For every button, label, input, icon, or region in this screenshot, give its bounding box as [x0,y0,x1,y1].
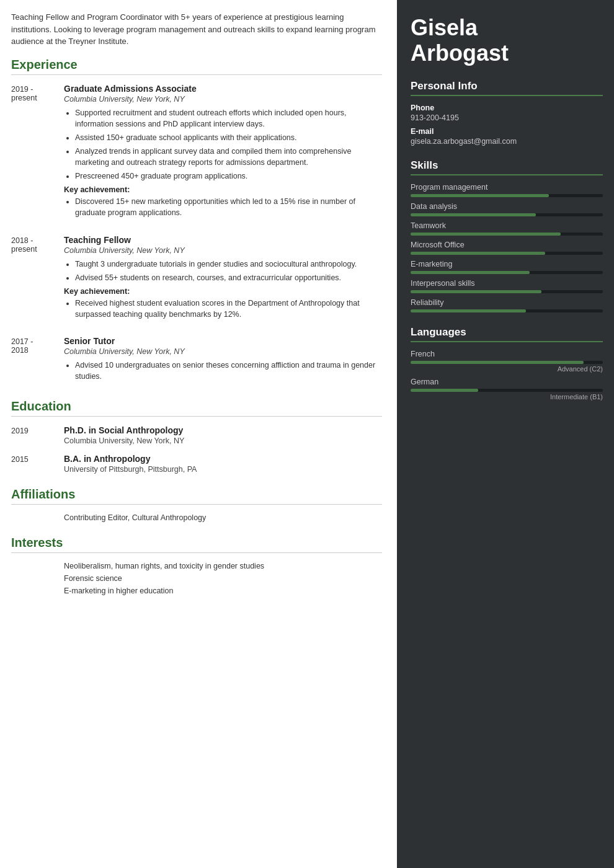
edu-title-1: Ph.D. in Social Anthropology [64,425,382,435]
key-achievement-bullets-2: Received highest student evaluation scor… [64,298,382,320]
skill-bar-bg [411,271,603,274]
experience-section: Experience 2019 - present Graduate Admis… [11,58,382,386]
experience-entry-2: 2018 - present Teaching Fellow Columbia … [11,235,382,324]
languages-heading: Languages [411,326,603,342]
language-name: German [411,378,603,386]
education-heading: Education [11,399,382,417]
language-bar-fill [411,361,584,364]
education-section: Education 2019 Ph.D. in Social Anthropol… [11,399,382,474]
skill-bar-fill [411,290,541,293]
skill-bar-bg [411,213,603,216]
edu-date-2: 2015 [11,454,64,474]
skill-item: Teamwork [411,221,603,236]
interest-entry-1: Neoliberalism, human rights, and toxicit… [11,562,382,570]
entry-date-3: 2017 - 2018 [11,336,64,386]
skill-bar-bg [411,232,603,236]
interest-spacer [11,587,64,595]
interest-text-1: Neoliberalism, human rights, and toxicit… [64,562,264,570]
skill-name: Microsoft Office [411,241,603,249]
edu-content-1: Ph.D. in Social Anthropology Columbia Un… [64,425,382,445]
skill-bar-fill [411,213,536,216]
skills-section: Skills Program managementData analysisTe… [411,159,603,312]
bullet: Discovered 15+ new marketing opportuniti… [75,196,382,218]
skill-bar-fill [411,232,561,236]
entry-date-1: 2019 - present [11,84,64,223]
left-column: Teaching Fellow and Program Coordinator … [0,0,397,868]
skill-bar-fill [411,194,549,197]
language-name: French [411,350,603,358]
entry-date-2: 2018 - present [11,235,64,324]
interest-spacer [11,574,64,583]
bullet: Taught 3 undergraduate tutorials in gend… [75,259,382,270]
language-bar-fill [411,389,478,392]
skill-name: Program management [411,183,603,192]
email-value: gisela.za.arbogast@gmail.com [411,137,603,146]
language-item: FrenchAdvanced (C2) [411,350,603,373]
skill-bar-bg [411,290,603,293]
affiliations-section: Affiliations Contributing Editor, Cultur… [11,487,382,522]
skill-name: Interpersonal skills [411,279,603,288]
edu-entry-2: 2015 B.A. in Anthropology University of … [11,454,382,474]
skill-bar-fill [411,252,545,255]
languages-section: Languages FrenchAdvanced (C2)GermanInter… [411,326,603,401]
language-bar-bg [411,361,603,364]
skill-bar-bg [411,194,603,197]
entry-title-1: Graduate Admissions Associate [64,84,382,94]
affiliations-heading: Affiliations [11,487,382,505]
entry-content-3: Senior Tutor Columbia University, New Yo… [64,336,382,386]
skill-item: Interpersonal skills [411,279,603,293]
entry-org-3: Columbia University, New York, NY [64,347,382,356]
skill-item: E-marketing [411,260,603,274]
summary-text: Teaching Fellow and Program Coordinator … [11,11,382,48]
skill-item: Program management [411,183,603,197]
affil-text-1: Contributing Editor, Cultural Anthropolo… [64,513,206,522]
skill-name: Teamwork [411,221,603,230]
entry-org-2: Columbia University, New York, NY [64,246,382,255]
experience-entry-1: 2019 - present Graduate Admissions Assoc… [11,84,382,223]
affil-entry-1: Contributing Editor, Cultural Anthropolo… [11,513,382,522]
entry-title-3: Senior Tutor [64,336,382,346]
key-achievement-bullets-1: Discovered 15+ new marketing opportuniti… [64,196,382,218]
right-column: Gisela Arbogast Personal Info Phone 913-… [397,0,614,868]
interest-entry-2: Forensic science [11,574,382,583]
edu-org-2: University of Pittsburgh, Pittsburgh, PA [64,465,382,474]
edu-content-2: B.A. in Anthropology University of Pitts… [64,454,382,474]
interest-spacer [11,562,64,570]
skill-bar-bg [411,252,603,255]
skill-bar-fill [411,309,526,312]
skill-name: E-marketing [411,260,603,268]
bullet: Advised 10 undergraduates on senior thes… [75,360,382,382]
bullet: Supported recruitment and student outrea… [75,107,382,130]
entry-bullets-3: Advised 10 undergraduates on senior thes… [64,360,382,382]
edu-org-1: Columbia University, New York, NY [64,436,382,445]
edu-title-2: B.A. in Anthropology [64,454,382,464]
entry-bullets-1: Supported recruitment and student outrea… [64,107,382,182]
entry-org-1: Columbia University, New York, NY [64,95,382,104]
entry-content-2: Teaching Fellow Columbia University, New… [64,235,382,324]
bullet: Prescreened 450+ graduate program applic… [75,170,382,182]
skills-container: Program managementData analysisTeamworkM… [411,183,603,312]
skill-item: Microsoft Office [411,241,603,255]
bullet: Received highest student evaluation scor… [75,298,382,320]
skill-item: Data analysis [411,202,603,216]
bullet: Advised 55+ students on research, course… [75,272,382,283]
name-block: Gisela Arbogast [411,15,603,66]
language-item: GermanIntermediate (B1) [411,378,603,401]
phone-value: 913-200-4195 [411,113,603,122]
entry-title-2: Teaching Fellow [64,235,382,245]
phone-label: Phone [411,104,603,112]
interests-section: Interests Neoliberalism, human rights, a… [11,536,382,595]
entry-content-1: Graduate Admissions Associate Columbia U… [64,84,382,223]
bullet: Assisted 150+ graduate school applicants… [75,132,382,143]
edu-date-1: 2019 [11,425,64,445]
skills-heading: Skills [411,159,603,175]
bullet: Analyzed trends in applicant survey data… [75,146,382,168]
interest-entry-3: E-marketing in higher education [11,587,382,595]
language-bar-bg [411,389,603,392]
skill-name: Reliability [411,298,603,307]
skill-bar-bg [411,309,603,312]
languages-container: FrenchAdvanced (C2)GermanIntermediate (B… [411,350,603,401]
skill-bar-fill [411,271,530,274]
interest-text-2: Forensic science [64,574,122,583]
language-level: Intermediate (B1) [411,393,603,401]
